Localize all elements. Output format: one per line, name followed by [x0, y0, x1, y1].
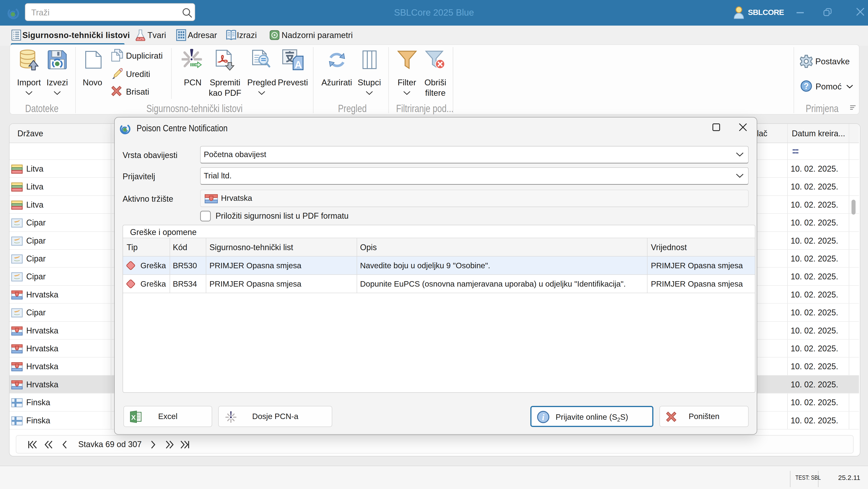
svg-text:A: A [295, 59, 302, 70]
svg-text:?: ? [804, 82, 809, 91]
